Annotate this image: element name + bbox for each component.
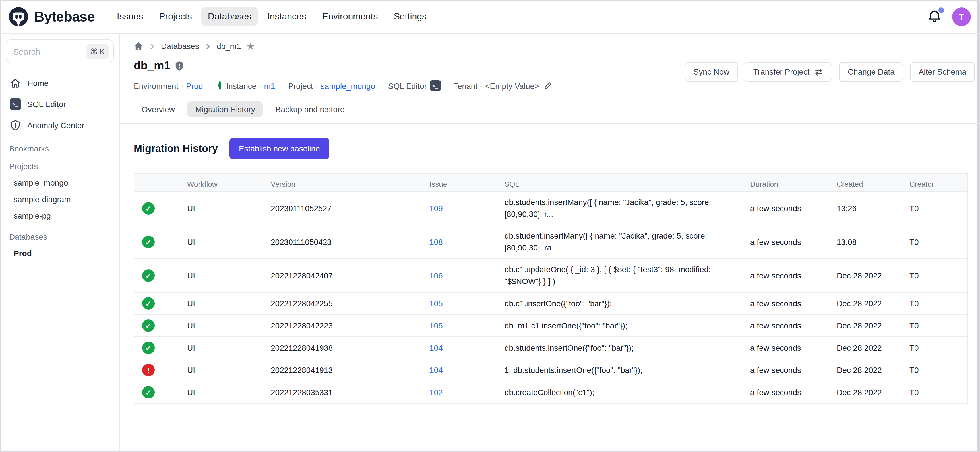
nav-item-instances[interactable]: Instances bbox=[261, 7, 313, 26]
creator-cell: T0 bbox=[910, 382, 967, 403]
brand-name: Bytebase bbox=[34, 8, 95, 25]
top-right-cluster: T bbox=[927, 7, 971, 26]
sql-cell: 1. db.students.insertOne({"foo": "bar"})… bbox=[504, 359, 750, 380]
issue-cell: 108 bbox=[430, 232, 504, 252]
issue-cell: 106 bbox=[430, 265, 504, 286]
col-duration: Duration bbox=[750, 174, 837, 195]
col-status bbox=[134, 180, 187, 189]
created-cell: Dec 28 2022 bbox=[837, 337, 910, 358]
success-icon: ✓ bbox=[142, 269, 155, 282]
table-header-row: Workflow Version Issue SQL Duration Crea… bbox=[134, 174, 967, 191]
sidebar-item-label: Anomaly Center bbox=[27, 120, 84, 129]
issue-link[interactable]: 104 bbox=[430, 343, 443, 352]
search-box[interactable]: ⌘ K bbox=[6, 39, 114, 63]
sidebar-project-sample-pg[interactable]: sample-pg bbox=[0, 207, 119, 224]
sidebar-project-sample-mongo[interactable]: sample_mongo bbox=[0, 174, 119, 191]
instance-link[interactable]: m1 bbox=[264, 81, 275, 90]
migration-table-body: ✓ UI 20230111052527 109 db.students.inse… bbox=[134, 191, 967, 403]
created-cell: Dec 28 2022 bbox=[837, 293, 910, 314]
page-header-left: db_m1 Environment - Prod bbox=[134, 52, 552, 92]
workflow-cell: UI bbox=[187, 315, 271, 336]
sidebar-item-home[interactable]: Home bbox=[0, 72, 119, 93]
meta-environment-label: Environment - bbox=[134, 81, 183, 90]
nav-item-projects[interactable]: Projects bbox=[153, 7, 198, 26]
sidebar-database-prod[interactable]: Prod bbox=[0, 245, 119, 261]
workflow-cell: UI bbox=[187, 382, 271, 403]
issue-link[interactable]: 105 bbox=[430, 321, 443, 330]
breadcrumb-databases[interactable]: Databases bbox=[161, 42, 199, 51]
version-cell: 20230111050423 bbox=[271, 232, 430, 252]
sidebar-item-anomaly-center[interactable]: Anomaly Center bbox=[0, 114, 119, 136]
table-row: ✓ UI 20221228042407 106 db.c1.updateOne(… bbox=[134, 259, 967, 292]
issue-link[interactable]: 104 bbox=[430, 365, 443, 374]
change-data-button[interactable]: Change Data bbox=[839, 62, 903, 82]
workflow-cell: UI bbox=[187, 198, 271, 219]
environment-link[interactable]: Prod bbox=[186, 81, 203, 90]
sidebar-item-label: SQL Editor bbox=[27, 99, 66, 109]
meta-instance-label: Instance - bbox=[226, 81, 261, 90]
bytebase-logo[interactable]: Bytebase bbox=[8, 6, 95, 27]
tab-overview[interactable]: Overview bbox=[134, 101, 183, 117]
meta-instance: Instance - m1 bbox=[216, 80, 275, 92]
created-cell: 13:08 bbox=[837, 232, 910, 252]
issue-link[interactable]: 108 bbox=[430, 237, 443, 246]
search-input[interactable] bbox=[13, 46, 86, 56]
tab-backup-and-restore[interactable]: Backup and restore bbox=[267, 101, 353, 117]
table-row: ! UI 20221228041913 104 1. db.students.i… bbox=[134, 359, 967, 381]
project-link[interactable]: sample_mongo bbox=[321, 81, 375, 90]
migration-history-heading: Migration History bbox=[134, 142, 218, 155]
action-buttons: Sync Now Transfer Project Change Data Al… bbox=[685, 62, 975, 82]
top-nav-menu: Issues Projects Databases Instances Envi… bbox=[111, 7, 433, 26]
nav-item-issues[interactable]: Issues bbox=[111, 7, 150, 26]
notifications-button[interactable] bbox=[927, 9, 942, 24]
meta-sql-editor[interactable]: SQL Editor >_ bbox=[388, 80, 441, 91]
success-icon: ✓ bbox=[142, 386, 155, 398]
home-breadcrumb-icon[interactable] bbox=[134, 41, 143, 51]
section-projects: Projects bbox=[0, 162, 119, 171]
table-row: ✓ UI 20230111050423 108 db.student.inser… bbox=[134, 225, 967, 259]
tab-migration-history[interactable]: Migration History bbox=[188, 101, 263, 117]
establish-baseline-button[interactable]: Establish new baseline bbox=[229, 138, 329, 160]
transfer-project-button[interactable]: Transfer Project bbox=[745, 62, 832, 82]
bookmark-star-icon[interactable]: ★ bbox=[246, 41, 255, 51]
meta-tenant-label: Tenant - bbox=[453, 81, 482, 90]
version-cell: 20221228042223 bbox=[271, 315, 430, 336]
version-cell: 20221228041938 bbox=[271, 337, 430, 358]
success-icon: ✓ bbox=[142, 297, 155, 310]
issue-link[interactable]: 105 bbox=[430, 299, 443, 308]
top-navbar: Bytebase Issues Projects Databases Insta… bbox=[0, 0, 980, 34]
sidebar-item-sql-editor[interactable]: >_ SQL Editor bbox=[0, 93, 119, 114]
meta-tenant: Tenant - <Empty Value> bbox=[453, 81, 552, 90]
sql-cell: db.students.insertOne({"foo": "bar"}); bbox=[504, 337, 750, 358]
issue-cell: 104 bbox=[430, 359, 504, 380]
issue-link[interactable]: 102 bbox=[430, 387, 443, 396]
main-content: Databases db_m1 ★ db_m1 bbox=[120, 34, 980, 451]
home-icon bbox=[10, 77, 21, 88]
error-icon: ! bbox=[142, 364, 155, 376]
sql-cell: db.c1.updateOne( { _id: 3 }, [ { $set: {… bbox=[504, 259, 750, 292]
mongodb-leaf-icon bbox=[216, 80, 223, 92]
duration-cell: a few seconds bbox=[750, 198, 837, 219]
issue-cell: 105 bbox=[430, 293, 504, 314]
nav-item-environments[interactable]: Environments bbox=[316, 7, 384, 26]
creator-cell: T0 bbox=[910, 337, 967, 358]
sidebar-project-sample-diagram[interactable]: sample-diagram bbox=[0, 191, 119, 207]
search-shortcut: ⌘ K bbox=[86, 44, 109, 58]
creator-cell: T0 bbox=[910, 232, 967, 252]
issue-link[interactable]: 106 bbox=[430, 271, 443, 280]
alter-schema-button[interactable]: Alter Schema bbox=[910, 62, 975, 82]
sql-cell: db.c1.insertOne({"foo": "bar"}); bbox=[504, 293, 750, 314]
meta-sql-editor-label: SQL Editor bbox=[388, 81, 427, 90]
success-icon: ✓ bbox=[142, 319, 155, 332]
creator-cell: T0 bbox=[910, 315, 967, 336]
bytebase-logo-icon bbox=[8, 6, 29, 27]
edit-pencil-icon[interactable] bbox=[544, 81, 552, 90]
issue-link[interactable]: 109 bbox=[430, 203, 443, 212]
breadcrumb-db-m1[interactable]: db_m1 bbox=[217, 42, 241, 51]
nav-item-databases[interactable]: Databases bbox=[202, 7, 258, 26]
avatar[interactable]: T bbox=[952, 7, 971, 26]
duration-cell: a few seconds bbox=[750, 315, 837, 336]
sql-cell: db.student.insertMany([ { name: "Jacika"… bbox=[504, 225, 750, 259]
nav-item-settings[interactable]: Settings bbox=[387, 7, 433, 26]
sync-now-button[interactable]: Sync Now bbox=[685, 62, 738, 82]
